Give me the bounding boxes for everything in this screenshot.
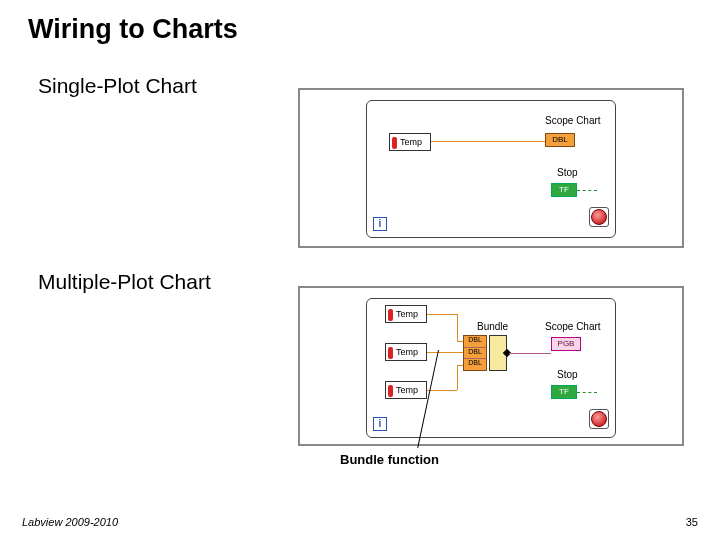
scope-chart-label-2: Scope Chart (545, 321, 601, 332)
while-loop-multi: i Temp Temp Temp Bundle DBLDBLDBL Scope … (366, 298, 616, 438)
tf-control: TF (551, 183, 577, 197)
stop-terminal-2 (591, 411, 607, 427)
stop-terminal (591, 209, 607, 225)
bundle-label: Bundle (477, 321, 508, 332)
temp-node-3: Temp (385, 381, 427, 399)
temp-node: Temp (389, 133, 431, 151)
wire-bundle-out (509, 353, 551, 354)
section-single-plot: Single-Plot Chart (38, 74, 197, 98)
cluster-indicator: PGB (551, 337, 581, 351)
wire-t3h (457, 365, 463, 366)
temp-node-1: Temp (385, 305, 427, 323)
iteration-terminal-2: i (373, 417, 387, 431)
wire-temp-to-chart (431, 141, 545, 142)
bundle-input-terminals: DBLDBLDBL (463, 335, 487, 371)
diagram-multiple-plot: i Temp Temp Temp Bundle DBLDBLDBL Scope … (298, 286, 684, 446)
dbl-indicator: DBL (545, 133, 575, 147)
bundle-node (489, 335, 507, 371)
wire-t2 (427, 352, 463, 353)
wire-t3 (427, 390, 457, 391)
section-multiple-plot: Multiple-Plot Chart (38, 270, 211, 294)
tf-control-2: TF (551, 385, 577, 399)
bundle-caption: Bundle function (340, 452, 439, 467)
scope-chart-label: Scope Chart (545, 115, 601, 126)
while-loop: i Temp Scope Chart DBL Stop TF (366, 100, 616, 238)
wire-t3v (457, 365, 458, 390)
page-number: 35 (686, 516, 698, 528)
wire-stop (577, 190, 597, 191)
wire-t1h (457, 341, 463, 342)
wire-t1v (457, 314, 458, 341)
temp-node-2: Temp (385, 343, 427, 361)
wire-stop-2 (577, 392, 597, 393)
stop-label-2: Stop (557, 369, 578, 380)
iteration-terminal: i (373, 217, 387, 231)
slide-title: Wiring to Charts (28, 14, 238, 45)
stop-label: Stop (557, 167, 578, 178)
footer-text: Labview 2009-2010 (22, 516, 118, 528)
diagram-single-plot: i Temp Scope Chart DBL Stop TF (298, 88, 684, 248)
wire-t1 (427, 314, 457, 315)
